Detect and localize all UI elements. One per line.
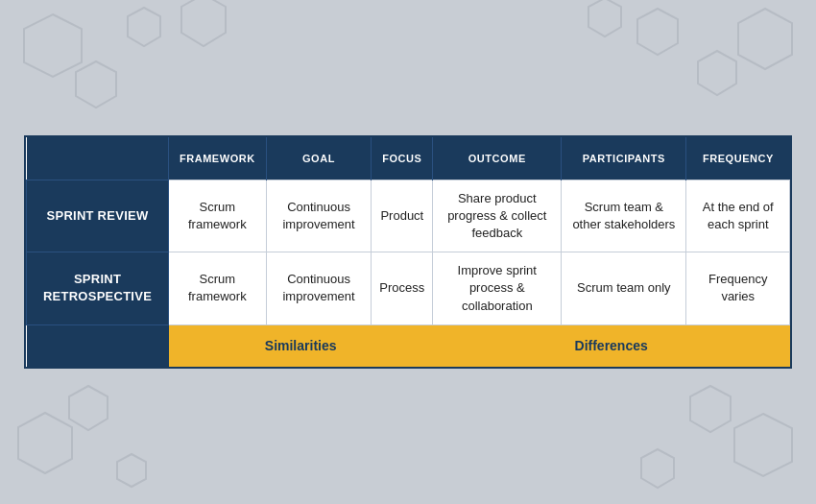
svg-marker-9 <box>69 386 108 430</box>
header-goal: GOAL <box>266 137 372 180</box>
svg-marker-7 <box>588 0 621 36</box>
header-participants: PARTICIPANTS <box>562 137 686 180</box>
header-row-label <box>27 137 169 180</box>
sprint-review-focus: Product <box>372 180 433 252</box>
svg-marker-1 <box>76 61 116 108</box>
sprint-review-row: SPRINT REVIEW Scrum framework Continuous… <box>27 180 790 252</box>
sprint-retro-goal: Continuous improvement <box>266 252 372 325</box>
svg-marker-6 <box>637 9 678 55</box>
sprint-retro-frequency: Frequency varies <box>686 252 790 325</box>
sprint-review-outcome: Share product progress & collect feedbac… <box>433 180 562 252</box>
header-outcome: OUTCOME <box>433 137 562 180</box>
svg-marker-4 <box>738 9 792 69</box>
footer-empty <box>27 324 169 367</box>
svg-marker-0 <box>24 14 82 77</box>
sprint-review-framework: Scrum framework <box>169 180 267 252</box>
sprint-retro-framework: Scrum framework <box>169 252 267 325</box>
svg-marker-3 <box>181 0 226 46</box>
svg-marker-2 <box>128 8 160 46</box>
similarities-label: Similarities <box>169 324 433 367</box>
svg-marker-5 <box>698 51 736 95</box>
sprint-retro-focus: Process <box>372 252 433 325</box>
svg-marker-13 <box>641 449 674 488</box>
svg-marker-8 <box>18 413 72 473</box>
svg-marker-12 <box>690 386 731 432</box>
sprint-review-goal: Continuous improvement <box>266 180 372 252</box>
header-framework: FRAMEWORK <box>169 137 267 180</box>
sprint-retro-participants: Scrum team only <box>562 252 686 325</box>
sprint-retro-outcome: Improve sprint process & collaboration <box>433 252 562 325</box>
sprint-review-frequency: At the end of each sprint <box>686 180 790 252</box>
header-focus: FOCUS <box>372 137 433 180</box>
svg-marker-10 <box>117 454 146 487</box>
comparison-table: FRAMEWORK GOAL FOCUS OUTCOME PARTICIPANT… <box>24 135 792 370</box>
header-frequency: FREQUENCY <box>686 137 790 180</box>
differences-label: Differences <box>433 324 790 367</box>
footer-row: Similarities Differences <box>27 324 790 367</box>
svg-marker-11 <box>734 414 792 476</box>
sprint-retro-label: SPRINT RETROSPECTIVE <box>27 252 169 325</box>
sprint-retro-row: SPRINT RETROSPECTIVE Scrum framework Con… <box>27 252 790 325</box>
sprint-review-participants: Scrum team & other stakeholders <box>562 180 686 252</box>
sprint-review-label: SPRINT REVIEW <box>27 180 169 252</box>
